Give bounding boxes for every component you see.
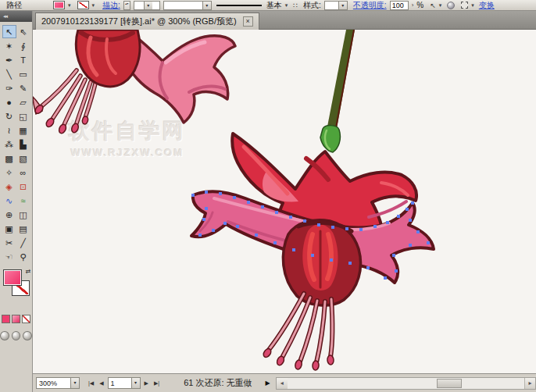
warp-tool[interactable]: ≀ bbox=[2, 123, 16, 137]
anchor-point[interactable] bbox=[409, 219, 412, 222]
anchor-point[interactable] bbox=[397, 215, 400, 218]
type-tool[interactable]: T bbox=[16, 53, 30, 66]
slice-tool[interactable]: ▤ bbox=[16, 222, 30, 235]
stroke-weight-combo[interactable]: ▾ bbox=[134, 1, 160, 10]
anchor-point[interactable] bbox=[406, 208, 409, 211]
anchor-point[interactable] bbox=[289, 216, 292, 219]
column-graph-tool[interactable]: ▙ bbox=[16, 137, 30, 151]
anchor-point[interactable] bbox=[273, 241, 277, 244]
anchor-point[interactable] bbox=[205, 191, 208, 194]
align-dropdown-icon[interactable]: ▾ bbox=[471, 1, 474, 9]
eraser-tool[interactable]: ▱ bbox=[16, 95, 30, 109]
none-button[interactable] bbox=[22, 315, 30, 323]
direct-selection-tool[interactable]: ⇖ bbox=[16, 25, 30, 38]
anchor-point[interactable] bbox=[202, 218, 205, 221]
style-combo[interactable]: ▾ bbox=[324, 1, 348, 10]
anchor-point[interactable] bbox=[198, 233, 202, 237]
anchor-point[interactable] bbox=[392, 254, 395, 257]
anchor-point[interactable] bbox=[303, 219, 306, 223]
free-transform-tool[interactable]: ▦ bbox=[16, 123, 30, 137]
transform-panel-link[interactable]: 变换 bbox=[479, 0, 495, 11]
selection-tool[interactable]: ↖ bbox=[2, 25, 16, 38]
symbol-sprayer-tool[interactable]: ⁂ bbox=[2, 137, 16, 151]
prev-page-button[interactable]: ◀ bbox=[98, 380, 105, 387]
horizontal-scrollbar[interactable]: ◂ ▸ bbox=[276, 377, 536, 390]
select-similar-dropdown-icon[interactable]: ▾ bbox=[439, 1, 442, 9]
style-dropdown-icon[interactable]: ▾ bbox=[338, 2, 347, 9]
brush-dropdown-icon[interactable]: ▾ bbox=[285, 1, 288, 9]
scroll-right-icon[interactable]: ▸ bbox=[524, 378, 535, 389]
gradient-tool[interactable]: ▧ bbox=[16, 151, 30, 165]
anchor-point[interactable] bbox=[275, 211, 278, 214]
perspective-selection-tool[interactable]: ◫ bbox=[16, 208, 30, 221]
anchor-point[interactable] bbox=[233, 196, 236, 199]
anchor-point[interactable] bbox=[247, 201, 250, 204]
anchor-point[interactable] bbox=[416, 230, 420, 233]
first-page-button[interactable]: |◀ bbox=[87, 380, 95, 387]
stroke-weight-stepper[interactable]: ▴▾ bbox=[123, 1, 130, 10]
fill-dropdown-icon[interactable]: ▾ bbox=[68, 1, 71, 9]
globe-icon[interactable] bbox=[447, 2, 455, 9]
scissors-tool[interactable]: ✂ bbox=[2, 236, 16, 249]
width-profile-combo[interactable]: ▾ bbox=[163, 1, 212, 10]
live-paint-selection-tool[interactable]: ⊡ bbox=[16, 180, 30, 193]
blend-tool[interactable]: ∞ bbox=[16, 166, 30, 179]
opacity-input[interactable] bbox=[390, 1, 409, 10]
zoom-tool[interactable]: ⚲ bbox=[16, 250, 30, 263]
stroke-panel-link[interactable]: 描边: bbox=[102, 0, 120, 11]
swap-fill-stroke-icon[interactable]: ⇄ bbox=[26, 268, 31, 275]
anchor-point[interactable] bbox=[219, 192, 222, 195]
lasso-tool[interactable]: ∮ bbox=[16, 39, 30, 52]
rotate-tool[interactable]: ↻ bbox=[2, 109, 16, 123]
anchor-point[interactable] bbox=[345, 227, 348, 230]
rectangle-tool[interactable]: ▭ bbox=[16, 67, 30, 80]
panel-collapse-icon[interactable]: ◂◂ bbox=[0, 11, 32, 22]
fill-proxy-swatch[interactable] bbox=[3, 269, 22, 286]
page-dropdown-icon[interactable]: ▾ bbox=[131, 378, 140, 388]
perspective-grid-tool[interactable]: ⊕ bbox=[2, 208, 16, 221]
anchor-point[interactable] bbox=[427, 241, 430, 244]
anchor-point[interactable] bbox=[255, 233, 258, 237]
status-expand-icon[interactable]: ▶ bbox=[266, 380, 270, 387]
eyedropper-tool[interactable]: ✧ bbox=[2, 166, 16, 179]
anchor-point[interactable] bbox=[359, 228, 363, 231]
page-combo[interactable]: 1 ▾ bbox=[108, 377, 141, 389]
normal-screen-mode-button[interactable] bbox=[0, 331, 9, 340]
live-paint-bucket-tool[interactable]: ◈ bbox=[2, 180, 16, 193]
anchor-point[interactable] bbox=[292, 248, 295, 251]
scrollbar-thumb[interactable] bbox=[437, 379, 462, 388]
line-segment-tool[interactable]: ╲ bbox=[2, 67, 16, 80]
anchor-point[interactable] bbox=[366, 266, 370, 269]
anchor-point[interactable] bbox=[311, 254, 314, 257]
last-page-button[interactable]: ▶| bbox=[152, 380, 161, 387]
opacity-panel-link[interactable]: 不透明度: bbox=[353, 0, 387, 11]
width-profile-dropdown-icon[interactable]: ▾ bbox=[202, 2, 211, 9]
anchor-point[interactable] bbox=[205, 207, 208, 210]
opacity-stepper-icon[interactable]: › bbox=[412, 1, 414, 9]
color-button[interactable] bbox=[2, 315, 10, 323]
anchor-point[interactable] bbox=[223, 222, 227, 225]
anchor-point[interactable] bbox=[409, 244, 412, 247]
align-options-icon[interactable] bbox=[461, 2, 468, 9]
stroke-color-swatch[interactable] bbox=[77, 1, 89, 9]
anchor-point[interactable] bbox=[330, 258, 333, 262]
anchor-point[interactable] bbox=[191, 194, 195, 197]
anchor-point[interactable] bbox=[373, 225, 377, 228]
select-similar-objects-icon[interactable]: ↖ bbox=[430, 1, 436, 10]
anchor-point[interactable] bbox=[331, 226, 334, 229]
zoom-dropdown-icon[interactable]: ▾ bbox=[70, 378, 79, 388]
scale-tool[interactable]: ◱ bbox=[16, 109, 30, 123]
recolor-artwork-icon[interactable]: ∷ bbox=[293, 1, 298, 10]
anchor-point[interactable] bbox=[212, 229, 215, 232]
brush-definition-value[interactable]: 基本 bbox=[266, 0, 282, 11]
stroke-weight-dropdown-icon[interactable]: ▾ bbox=[144, 2, 152, 9]
artboard-tool[interactable]: ▣ bbox=[2, 222, 16, 235]
pen-tool[interactable]: ✒ bbox=[2, 53, 16, 66]
shape-builder-tool[interactable]: ∿ bbox=[2, 194, 16, 207]
anchor-point[interactable] bbox=[317, 223, 320, 226]
stroke-dropdown-icon[interactable]: ▾ bbox=[92, 1, 95, 9]
anchor-point[interactable] bbox=[395, 269, 398, 273]
full-screen-menu-mode-button[interactable] bbox=[12, 331, 21, 340]
gradient-button[interactable] bbox=[12, 315, 20, 323]
magic-wand-tool[interactable]: ✶ bbox=[2, 39, 16, 52]
